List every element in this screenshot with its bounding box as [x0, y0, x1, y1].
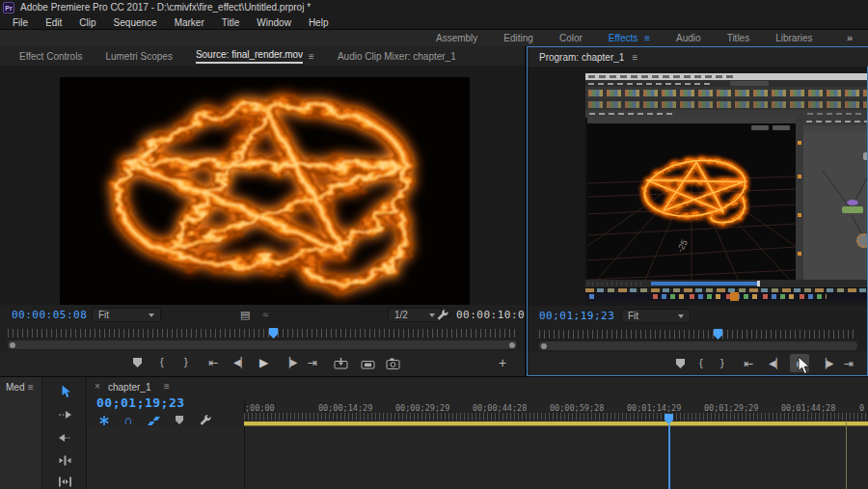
- timeline-playhead-line: [668, 424, 670, 489]
- export-frame-camera-icon[interactable]: [386, 358, 400, 369]
- drag-video-icon[interactable]: ▤: [240, 310, 250, 320]
- mark-in-icon[interactable]: {: [160, 357, 164, 367]
- timeline-tab-label[interactable]: chapter_1: [108, 382, 150, 393]
- step-back-icon[interactable]: ◀▏: [233, 358, 248, 367]
- workspace-tab-audio[interactable]: Audio: [676, 33, 701, 43]
- menu-edit[interactable]: Edit: [37, 17, 70, 28]
- source-monitor-panel: Effect Controls Lumetri Scopes Source: f…: [0, 46, 525, 376]
- fire-effect-graphic: [60, 77, 470, 305]
- timeline-settings-wrench-icon[interactable]: [199, 414, 211, 426]
- title-bar[interactable]: Pr Adobe Premiere Pro CC 2017 - D:\cmivf…: [0, 0, 868, 15]
- houdini-node-editor-tab-text: [806, 121, 867, 122]
- program-zoom-scrollbar[interactable]: [539, 341, 857, 350]
- source-scrub-ruler[interactable]: [8, 329, 517, 338]
- tab-lumetri-scopes[interactable]: Lumetri Scopes: [94, 51, 183, 62]
- houdini-playbar: [585, 280, 867, 287]
- drag-audio-icon[interactable]: ≈: [262, 310, 268, 320]
- timeline-panel: × chapter_1 ≡ 00;01;19;23 ∩ ;00;00 00;00…: [87, 377, 868, 489]
- premiere-pro-window: Pr Adobe Premiere Pro CC 2017 - D:\cmivf…: [0, 0, 868, 489]
- workspace-tab-assembly[interactable]: Assembly: [436, 33, 477, 43]
- scrollbar-left-handle[interactable]: [10, 342, 15, 348]
- mark-out-icon[interactable]: }: [720, 358, 724, 368]
- collapsed-panel-label[interactable]: Med: [6, 382, 24, 393]
- mark-out-icon[interactable]: }: [184, 357, 188, 367]
- step-forward-icon[interactable]: ▕▶: [283, 358, 297, 367]
- step-forward-icon[interactable]: ▕▶: [819, 359, 833, 368]
- add-marker-icon[interactable]: [133, 358, 142, 367]
- goto-out-icon[interactable]: ⇥: [844, 358, 854, 369]
- rolling-edit-tool[interactable]: [58, 476, 72, 487]
- collapsed-panel-menu-icon[interactable]: ≡: [28, 382, 34, 393]
- ripple-edit-tool[interactable]: [58, 455, 72, 466]
- app-icon: Pr: [3, 2, 14, 14]
- houdini-toolbar-text-2: [807, 113, 865, 115]
- workspace-tab-color[interactable]: Color: [559, 33, 583, 43]
- source-video-frame[interactable]: [60, 77, 470, 305]
- houdini-output-node: [856, 233, 867, 248]
- program-panel-menu-icon[interactable]: ≡: [632, 52, 637, 63]
- tab-source-monitor-active[interactable]: Source: final_render.mov ≡: [184, 49, 326, 64]
- timeline-ruler[interactable]: [244, 413, 868, 421]
- timeline-timecode[interactable]: 00;01;19;23: [96, 395, 185, 410]
- menu-marker[interactable]: Marker: [166, 17, 213, 28]
- tab-audio-clip-mixer[interactable]: Audio Clip Mixer: chapter_1: [326, 51, 468, 62]
- houdini-shelf-icons: [588, 90, 867, 96]
- workspace-tab-effects-active[interactable]: Effects ≡: [609, 33, 650, 43]
- workspace-tab-editing[interactable]: Editing: [503, 33, 533, 43]
- source-resolution-select[interactable]: 1/2: [388, 308, 442, 322]
- goto-out-icon[interactable]: ⇥: [308, 357, 317, 368]
- program-scrub-ruler[interactable]: [539, 330, 857, 339]
- timeline-tab-close-icon[interactable]: ×: [95, 381, 100, 392]
- source-zoom-scrollbar[interactable]: [8, 340, 517, 349]
- workspace-tab-libraries[interactable]: Libraries: [775, 33, 812, 43]
- menu-clip[interactable]: Clip: [70, 17, 104, 28]
- tab-program-monitor[interactable]: Program: chapter_1: [539, 52, 624, 63]
- step-back-icon[interactable]: ◀▏: [769, 359, 783, 368]
- houdini-toolbar-text: [589, 113, 676, 115]
- nest-sequence-icon[interactable]: [98, 415, 110, 426]
- source-panel-menu-icon[interactable]: ≡: [309, 51, 314, 62]
- tools-panel: [42, 377, 87, 489]
- goto-in-icon[interactable]: ⇤: [208, 357, 218, 368]
- goto-in-icon[interactable]: ⇤: [744, 358, 753, 369]
- overwrite-icon[interactable]: [361, 358, 375, 369]
- program-video-frame[interactable]: -25: [585, 73, 867, 301]
- source-settings-wrench-icon[interactable]: [436, 309, 448, 321]
- insert-icon[interactable]: [334, 358, 348, 369]
- houdini-menu-text: [588, 83, 714, 85]
- scrollbar-right-handle[interactable]: [509, 342, 515, 348]
- menu-help[interactable]: Help: [300, 17, 338, 28]
- workspace-tab-titles[interactable]: Titles: [727, 33, 750, 43]
- program-zoom-select[interactable]: Fit: [621, 309, 691, 323]
- program-timecode[interactable]: 00;01;19;23: [539, 310, 614, 322]
- track-select-backward-tool[interactable]: [58, 433, 72, 443]
- play-button[interactable]: ▶: [259, 357, 268, 368]
- workspace-tab-menu-icon[interactable]: ≡: [644, 33, 650, 43]
- timeline-marker-icon[interactable]: [176, 416, 183, 424]
- houdini-toolbar: [585, 110, 867, 118]
- timeline-panel-menu-icon[interactable]: ≡: [164, 381, 170, 392]
- source-zoom-select[interactable]: Fit: [92, 308, 161, 322]
- mark-in-icon[interactable]: {: [699, 358, 703, 368]
- snap-magnet-icon[interactable]: ∩: [123, 413, 132, 427]
- source-zoom-value: Fit: [98, 310, 109, 320]
- menu-title[interactable]: Title: [213, 17, 249, 28]
- track-select-forward-tool[interactable]: [58, 410, 72, 420]
- source-timecode[interactable]: 00:00:05:08: [12, 309, 87, 321]
- ruler-label: 00;01;29;29: [704, 403, 758, 413]
- ruler-label: 00;00;59;28: [550, 403, 604, 413]
- selection-tool[interactable]: [60, 385, 71, 398]
- scrollbar-left-handle[interactable]: [541, 343, 547, 349]
- menu-sequence[interactable]: Sequence: [105, 17, 166, 28]
- ruler-label: 00;01;14;29: [627, 403, 681, 413]
- add-marker-icon[interactable]: [676, 359, 685, 368]
- tab-effect-controls[interactable]: Effect Controls: [8, 51, 94, 62]
- button-editor-plus-icon[interactable]: +: [499, 355, 506, 370]
- track-lanes[interactable]: [87, 426, 868, 489]
- menu-window[interactable]: Window: [248, 17, 300, 28]
- tab-source-monitor-label: Source: final_render.mov: [196, 49, 303, 64]
- workspace-bar: Assembly Editing Color Effects ≡ Audio T…: [0, 30, 868, 46]
- menu-file[interactable]: File: [4, 17, 37, 28]
- linked-selection-icon[interactable]: [147, 416, 161, 426]
- workspace-overflow-icon[interactable]: »: [847, 32, 853, 43]
